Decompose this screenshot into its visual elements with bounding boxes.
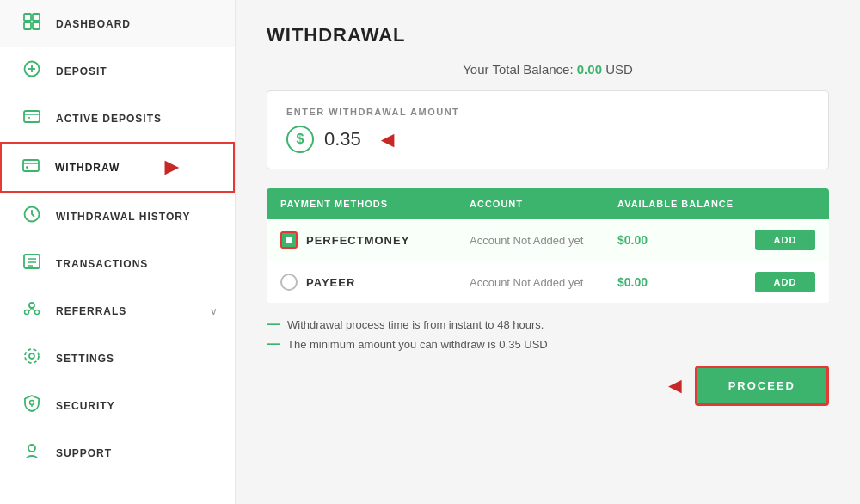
col-payment-methods: PAYMENT METHODS — [280, 199, 470, 209]
balance-display: Your Total Balance: 0.00 USD — [267, 62, 829, 77]
svg-point-25 — [30, 401, 34, 405]
sidebar-item-dashboard[interactable]: DASHBOARD — [0, 0, 235, 47]
withdraw-icon — [19, 156, 43, 179]
svg-point-23 — [29, 353, 34, 359]
proceed-wrapper: ◄ PROCEED — [267, 366, 829, 406]
payeer-radio[interactable] — [280, 274, 298, 291]
sidebar-item-deposit[interactable]: DEPOSIT — [0, 47, 235, 95]
perfectmoney-account: Account Not Added yet — [470, 234, 617, 247]
note-item-1: — Withdrawal process time is from instan… — [267, 317, 829, 332]
svg-point-12 — [26, 166, 28, 169]
svg-rect-1 — [33, 14, 40, 21]
sidebar-label-withdrawal-history: WITHDRAWAL HISTORY — [56, 211, 218, 223]
table-header: PAYMENT METHODS ACCOUNT AVAILABLE BALANC… — [267, 188, 829, 219]
sidebar-label-security: SECURITY — [56, 400, 218, 412]
svg-rect-0 — [24, 14, 31, 21]
support-icon — [20, 441, 44, 464]
note-item-2: — The minimum amount you can withdraw is… — [267, 336, 829, 352]
col-available-balance: AVAILABLE BALANCE — [617, 199, 755, 209]
referrals-icon — [20, 299, 44, 323]
sidebar: DASHBOARD DEPOSIT ACTIVE DEPOSITS — [0, 0, 236, 504]
note-dash-icon-2: — — [267, 336, 280, 352]
perfectmoney-radio[interactable] — [280, 231, 298, 249]
dollar-icon: $ — [286, 126, 314, 153]
withdrawal-notes: — Withdrawal process time is from instan… — [267, 317, 829, 352]
sidebar-label-referrals: REFERRALS — [56, 305, 198, 317]
withdrawal-history-icon — [20, 205, 44, 228]
sidebar-label-support: SUPPORT — [56, 447, 218, 459]
withdrawal-amount-card: ENTER WITHDRAWAL AMOUNT $ 0.35 ◄ — [267, 90, 829, 169]
col-action — [755, 199, 815, 209]
svg-point-18 — [29, 303, 34, 308]
balance-label: Your Total Balance: — [463, 62, 573, 77]
payment-methods-table: PAYMENT METHODS ACCOUNT AVAILABLE BALANC… — [267, 188, 829, 303]
svg-line-21 — [29, 308, 32, 311]
note-dash-icon-1: — — [267, 317, 280, 332]
perfectmoney-add-button[interactable]: ADD — [755, 230, 815, 250]
svg-line-22 — [32, 308, 34, 311]
sidebar-label-active-deposits: ACTIVE DEPOSITS — [56, 113, 218, 125]
perfectmoney-method-cell: PERFECTMONEY — [280, 231, 470, 249]
arrow-to-amount-icon: ◄ — [377, 126, 399, 153]
active-deposits-icon — [20, 107, 44, 130]
withdrawal-input-row: $ 0.35 ◄ — [286, 126, 809, 153]
perfectmoney-label: PERFECTMONEY — [306, 234, 409, 247]
svg-rect-7 — [24, 111, 40, 122]
balance-amount: 0.00 — [577, 62, 602, 77]
proceed-button[interactable]: PROCEED — [695, 366, 829, 406]
svg-point-20 — [35, 310, 40, 315]
col-account: ACCOUNT — [470, 199, 617, 209]
settings-icon — [20, 347, 44, 370]
main-content: WITHDRAWAL Your Total Balance: 0.00 USD … — [236, 0, 860, 504]
dashboard-icon — [20, 12, 44, 35]
sidebar-label-dashboard: DASHBOARD — [56, 18, 218, 30]
withdrawal-card-label: ENTER WITHDRAWAL AMOUNT — [286, 107, 809, 117]
payeer-account: Account Not Added yet — [470, 276, 617, 289]
table-row: PAYEER Account Not Added yet $0.00 ADD — [267, 261, 829, 303]
svg-rect-10 — [23, 160, 39, 171]
sidebar-item-active-deposits[interactable]: ACTIVE DEPOSITS — [0, 95, 235, 142]
svg-rect-2 — [24, 22, 31, 29]
perfectmoney-balance: $0.00 — [617, 233, 755, 247]
note-text-1: Withdrawal process time is from instant … — [287, 318, 544, 331]
sidebar-item-settings[interactable]: SETTINGS — [0, 335, 235, 382]
svg-point-19 — [25, 310, 29, 315]
page-title: WITHDRAWAL — [267, 24, 829, 46]
sidebar-item-security[interactable]: SECURITY — [0, 382, 235, 429]
sidebar-label-withdraw: WITHDRAW — [55, 162, 216, 174]
chevron-down-icon: ∨ — [210, 305, 218, 317]
sidebar-item-withdraw[interactable]: WITHDRAW — [0, 142, 235, 193]
transactions-icon — [20, 252, 44, 275]
payeer-label: PAYEER — [306, 276, 355, 289]
withdrawal-amount-value: 0.35 — [324, 128, 361, 151]
svg-point-27 — [28, 445, 35, 452]
payeer-method-cell: PAYEER — [280, 274, 470, 291]
svg-point-24 — [25, 349, 39, 363]
security-icon — [20, 394, 44, 417]
sidebar-item-support[interactable]: SUPPORT — [0, 429, 235, 476]
sidebar-item-referrals[interactable]: REFERRALS ∨ — [0, 287, 235, 335]
table-row: PERFECTMONEY Account Not Added yet $0.00… — [267, 219, 829, 261]
balance-currency: USD — [605, 62, 633, 77]
arrow-to-proceed-icon: ◄ — [664, 372, 686, 399]
sidebar-item-withdrawal-history[interactable]: WITHDRAWAL HISTORY — [0, 193, 235, 240]
sidebar-label-settings: SETTINGS — [56, 353, 218, 365]
sidebar-label-deposit: DEPOSIT — [56, 65, 218, 77]
svg-rect-3 — [33, 22, 40, 29]
payeer-add-button[interactable]: ADD — [755, 272, 815, 292]
note-text-2: The minimum amount you can withdraw is 0… — [287, 338, 548, 351]
payeer-balance: $0.00 — [617, 275, 755, 289]
sidebar-item-transactions[interactable]: TRANSACTIONS — [0, 240, 235, 287]
deposit-icon — [20, 59, 44, 83]
sidebar-label-transactions: TRANSACTIONS — [56, 258, 218, 270]
